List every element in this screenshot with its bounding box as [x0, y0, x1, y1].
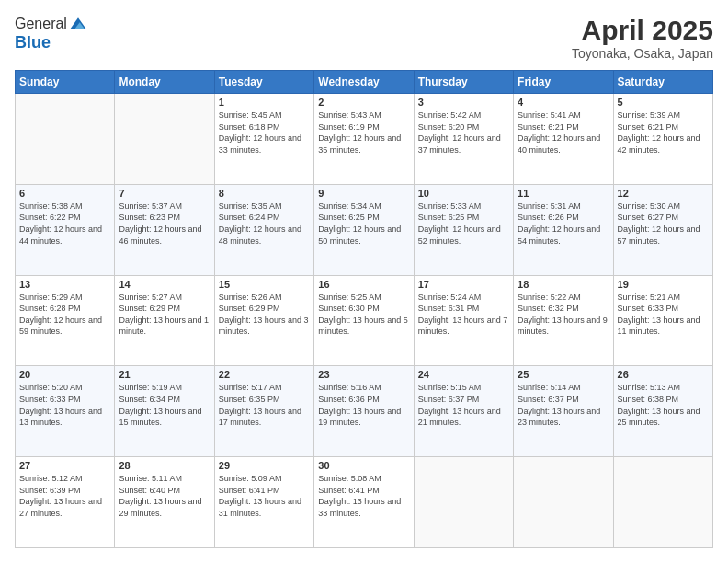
- day-info: Sunrise: 5:38 AMSunset: 6:22 PMDaylight:…: [19, 201, 110, 247]
- page: General Blue April 2025 Toyonaka, Osaka,…: [0, 0, 728, 563]
- day-info: Sunrise: 5:29 AMSunset: 6:28 PMDaylight:…: [19, 292, 110, 338]
- day-number: 21: [119, 369, 210, 380]
- col-sunday: Sunday: [16, 71, 115, 94]
- calendar-cell: [115, 94, 214, 185]
- day-number: 6: [19, 188, 110, 199]
- title-block: April 2025 Toyonaka, Osaka, Japan: [572, 15, 713, 61]
- calendar-cell: 24Sunrise: 5:15 AMSunset: 6:37 PMDayligh…: [414, 366, 513, 457]
- calendar-cell: 11Sunrise: 5:31 AMSunset: 6:26 PMDayligh…: [514, 184, 613, 275]
- day-number: 1: [219, 97, 310, 108]
- day-info: Sunrise: 5:21 AMSunset: 6:33 PMDaylight:…: [618, 292, 709, 338]
- calendar-cell: 12Sunrise: 5:30 AMSunset: 6:27 PMDayligh…: [613, 184, 712, 275]
- day-info: Sunrise: 5:43 AMSunset: 6:19 PMDaylight:…: [318, 109, 409, 155]
- day-info: Sunrise: 5:45 AMSunset: 6:18 PMDaylight:…: [219, 109, 310, 155]
- calendar-cell: 19Sunrise: 5:21 AMSunset: 6:33 PMDayligh…: [613, 275, 712, 366]
- day-number: 7: [119, 188, 210, 199]
- day-info: Sunrise: 5:14 AMSunset: 6:37 PMDaylight:…: [518, 382, 609, 428]
- logo-general: General: [15, 16, 67, 32]
- day-info: Sunrise: 5:25 AMSunset: 6:30 PMDaylight:…: [318, 292, 409, 338]
- day-number: 13: [19, 279, 110, 290]
- calendar-cell: 9Sunrise: 5:34 AMSunset: 6:25 PMDaylight…: [314, 184, 414, 275]
- calendar-cell: 4Sunrise: 5:41 AMSunset: 6:21 PMDaylight…: [514, 94, 613, 185]
- day-info: Sunrise: 5:39 AMSunset: 6:21 PMDaylight:…: [618, 109, 709, 155]
- col-saturday: Saturday: [613, 71, 712, 94]
- calendar-cell: 26Sunrise: 5:13 AMSunset: 6:38 PMDayligh…: [613, 366, 712, 457]
- calendar-header-row: Sunday Monday Tuesday Wednesday Thursday…: [16, 71, 713, 94]
- subtitle: Toyonaka, Osaka, Japan: [572, 46, 713, 61]
- day-info: Sunrise: 5:24 AMSunset: 6:31 PMDaylight:…: [418, 292, 509, 338]
- day-number: 29: [219, 460, 310, 471]
- calendar-cell: 15Sunrise: 5:26 AMSunset: 6:29 PMDayligh…: [214, 275, 313, 366]
- calendar-cell: 20Sunrise: 5:20 AMSunset: 6:33 PMDayligh…: [16, 366, 115, 457]
- day-number: 18: [518, 279, 609, 290]
- day-number: 19: [618, 279, 709, 290]
- day-info: Sunrise: 5:17 AMSunset: 6:35 PMDaylight:…: [219, 382, 310, 428]
- calendar-cell: 5Sunrise: 5:39 AMSunset: 6:21 PMDaylight…: [613, 94, 712, 185]
- calendar-cell: 21Sunrise: 5:19 AMSunset: 6:34 PMDayligh…: [115, 366, 214, 457]
- header: General Blue April 2025 Toyonaka, Osaka,…: [15, 15, 713, 61]
- day-number: 23: [318, 369, 409, 380]
- day-number: 17: [418, 279, 509, 290]
- day-info: Sunrise: 5:08 AMSunset: 6:41 PMDaylight:…: [318, 473, 409, 519]
- calendar-cell: 30Sunrise: 5:08 AMSunset: 6:41 PMDayligh…: [314, 457, 414, 548]
- logo-icon: [69, 15, 87, 33]
- calendar-week-3: 13Sunrise: 5:29 AMSunset: 6:28 PMDayligh…: [16, 275, 713, 366]
- day-number: 22: [219, 369, 310, 380]
- day-info: Sunrise: 5:34 AMSunset: 6:25 PMDaylight:…: [318, 201, 409, 247]
- day-info: Sunrise: 5:16 AMSunset: 6:36 PMDaylight:…: [318, 382, 409, 428]
- day-info: Sunrise: 5:26 AMSunset: 6:29 PMDaylight:…: [219, 292, 310, 338]
- day-info: Sunrise: 5:20 AMSunset: 6:33 PMDaylight:…: [19, 382, 110, 428]
- day-number: 10: [418, 188, 509, 199]
- calendar-week-5: 27Sunrise: 5:12 AMSunset: 6:39 PMDayligh…: [16, 457, 713, 548]
- col-wednesday: Wednesday: [314, 71, 414, 94]
- day-info: Sunrise: 5:33 AMSunset: 6:25 PMDaylight:…: [418, 201, 509, 247]
- calendar-cell: 25Sunrise: 5:14 AMSunset: 6:37 PMDayligh…: [514, 366, 613, 457]
- calendar-cell: 17Sunrise: 5:24 AMSunset: 6:31 PMDayligh…: [414, 275, 513, 366]
- day-info: Sunrise: 5:27 AMSunset: 6:29 PMDaylight:…: [119, 292, 210, 338]
- calendar-week-1: 1Sunrise: 5:45 AMSunset: 6:18 PMDaylight…: [16, 94, 713, 185]
- calendar-table: Sunday Monday Tuesday Wednesday Thursday…: [15, 70, 713, 548]
- col-thursday: Thursday: [414, 71, 513, 94]
- day-info: Sunrise: 5:31 AMSunset: 6:26 PMDaylight:…: [518, 201, 609, 247]
- calendar-cell: 14Sunrise: 5:27 AMSunset: 6:29 PMDayligh…: [115, 275, 214, 366]
- day-number: 24: [418, 369, 509, 380]
- day-number: 12: [618, 188, 709, 199]
- day-number: 27: [19, 460, 110, 471]
- main-title: April 2025: [572, 15, 713, 46]
- col-monday: Monday: [115, 71, 214, 94]
- day-number: 25: [518, 369, 609, 380]
- logo-blue: Blue: [15, 33, 51, 52]
- day-info: Sunrise: 5:37 AMSunset: 6:23 PMDaylight:…: [119, 201, 210, 247]
- day-number: 2: [318, 97, 409, 108]
- day-info: Sunrise: 5:15 AMSunset: 6:37 PMDaylight:…: [418, 382, 509, 428]
- calendar-cell: 28Sunrise: 5:11 AMSunset: 6:40 PMDayligh…: [115, 457, 214, 548]
- calendar-cell: 8Sunrise: 5:35 AMSunset: 6:24 PMDaylight…: [214, 184, 313, 275]
- day-number: 5: [618, 97, 709, 108]
- day-number: 11: [518, 188, 609, 199]
- day-info: Sunrise: 5:42 AMSunset: 6:20 PMDaylight:…: [418, 109, 509, 155]
- day-info: Sunrise: 5:12 AMSunset: 6:39 PMDaylight:…: [19, 473, 110, 519]
- calendar-cell: 6Sunrise: 5:38 AMSunset: 6:22 PMDaylight…: [16, 184, 115, 275]
- calendar-cell: 16Sunrise: 5:25 AMSunset: 6:30 PMDayligh…: [314, 275, 414, 366]
- day-number: 28: [119, 460, 210, 471]
- day-number: 14: [119, 279, 210, 290]
- logo: General Blue: [15, 15, 89, 52]
- day-number: 8: [219, 188, 310, 199]
- calendar-week-2: 6Sunrise: 5:38 AMSunset: 6:22 PMDaylight…: [16, 184, 713, 275]
- calendar-cell: 7Sunrise: 5:37 AMSunset: 6:23 PMDaylight…: [115, 184, 214, 275]
- calendar-cell: [16, 94, 115, 185]
- calendar-cell: [514, 457, 613, 548]
- day-number: 3: [418, 97, 509, 108]
- day-info: Sunrise: 5:13 AMSunset: 6:38 PMDaylight:…: [618, 382, 709, 428]
- calendar-cell: [613, 457, 712, 548]
- day-number: 26: [618, 369, 709, 380]
- day-number: 9: [318, 188, 409, 199]
- col-friday: Friday: [514, 71, 613, 94]
- calendar-cell: 3Sunrise: 5:42 AMSunset: 6:20 PMDaylight…: [414, 94, 513, 185]
- calendar-cell: 27Sunrise: 5:12 AMSunset: 6:39 PMDayligh…: [16, 457, 115, 548]
- calendar-cell: 23Sunrise: 5:16 AMSunset: 6:36 PMDayligh…: [314, 366, 414, 457]
- day-info: Sunrise: 5:30 AMSunset: 6:27 PMDaylight:…: [618, 201, 709, 247]
- calendar-cell: 29Sunrise: 5:09 AMSunset: 6:41 PMDayligh…: [214, 457, 313, 548]
- calendar-cell: 18Sunrise: 5:22 AMSunset: 6:32 PMDayligh…: [514, 275, 613, 366]
- calendar-cell: 1Sunrise: 5:45 AMSunset: 6:18 PMDaylight…: [214, 94, 313, 185]
